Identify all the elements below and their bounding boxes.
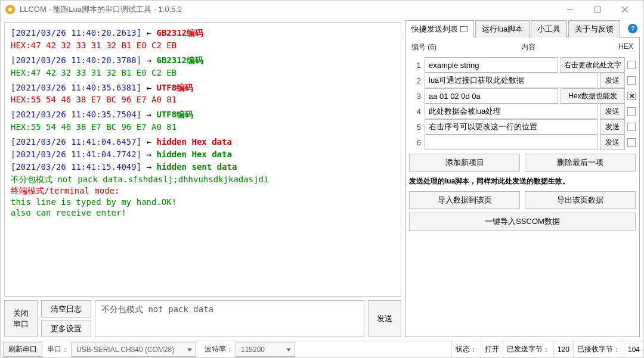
right-pane: 快捷发送列表 运行lua脚本小工具关于与反馈? 编号 (6) 内容 HEX 1e… (405, 18, 643, 341)
quicksend-header: 编号 (6) 内容 HEX (409, 41, 636, 54)
svg-rect-1 (595, 7, 600, 12)
header-index: 编号 (6) (409, 42, 445, 52)
row-hex-checkbox[interactable] (627, 107, 636, 116)
tab-0[interactable]: 快捷发送列表 (405, 20, 474, 38)
tab-2[interactable]: 小工具 (531, 20, 567, 38)
row-index[interactable]: 5 (409, 123, 422, 132)
recv-label: 已接收字节： (573, 341, 624, 357)
refresh-ports-button[interactable]: 刷新串口 (3, 343, 42, 357)
row-send-button[interactable]: 发送 (600, 135, 625, 150)
log-label: GB2312编码 (156, 55, 203, 65)
row-index[interactable]: 6 (409, 138, 422, 147)
log-timestamp: [2021/03/26 11:40:35.7504] (11, 110, 141, 119)
tab-bar: 快捷发送列表 运行lua脚本小工具关于与反馈? (405, 20, 640, 38)
sent-label: 已发送字节： (503, 341, 553, 357)
log-label: UTF8编码 (156, 110, 193, 119)
import-sscom-button[interactable]: 一键导入SSCOM数据 (409, 213, 636, 231)
add-item-button[interactable]: 添加新项目 (409, 154, 520, 172)
help-icon[interactable]: ? (628, 24, 637, 33)
log-timestamp: [2021/03/26 11:40:35.6381] (11, 83, 141, 92)
tab-1[interactable]: 运行lua脚本 (475, 20, 530, 38)
app-icon (5, 5, 15, 14)
baud-select[interactable]: 115200 (236, 343, 295, 357)
row-hex-checkbox[interactable] (627, 76, 636, 85)
window-title: LLCOM - 能跑Lua脚本的串口调试工具 - 1.0.5.2 (20, 4, 556, 15)
window-controls (556, 1, 639, 18)
titlebar: LLCOM - 能跑Lua脚本的串口调试工具 - 1.0.5.2 (1, 1, 643, 18)
maximize-button[interactable] (584, 1, 611, 18)
log-label: hidden sent data (156, 162, 237, 172)
log-freetext: 终端模式/terminal mode: (11, 185, 395, 197)
row-text-input[interactable]: 此处数据会被lua处理 (425, 104, 597, 119)
log-hex: HEX:55 54 46 38 E7 BC 96 E7 A0 81 (11, 94, 395, 105)
row-hex-checkbox[interactable] (627, 61, 636, 69)
row-index[interactable]: 1 (409, 61, 422, 70)
row-text-input[interactable] (425, 135, 597, 150)
row-index[interactable]: 2 (409, 76, 422, 85)
baud-label: 波特率： (202, 344, 236, 354)
status-bar: 刷新串口 串口： USB-SERIAL CH340 (COM28) 波特率： 1… (1, 341, 643, 357)
log-label: hidden Hex data (156, 137, 231, 147)
list-icon (460, 26, 467, 32)
quicksend-row: 3aa 01 02 0d 0aHex数据也能发✕ (409, 88, 636, 104)
export-page-button[interactable]: 导出该页数据 (525, 191, 636, 209)
log-label: hidden Hex data (156, 150, 231, 159)
row-send-button[interactable]: 发送 (600, 119, 625, 135)
row-send-button[interactable]: Hex数据也能发 (561, 88, 625, 104)
send-input[interactable]: 不分包模式 not pack data (95, 300, 364, 337)
left-pane: [2021/03/26 11:40:20.2613] ← GB2312编码HEX… (1, 18, 405, 341)
row-hex-checkbox[interactable]: ✕ (627, 92, 636, 100)
quicksend-row: 5右击序号可以更改这一行的位置发送 (409, 119, 636, 135)
log-hex: HEX:47 42 32 33 31 32 B1 E0 C2 EB (11, 67, 395, 79)
log-timestamp: [2021/03/26 11:40:20.2613] (11, 28, 141, 38)
row-text-input[interactable]: 右击序号可以更改这一行的位置 (425, 119, 597, 135)
row-index[interactable]: 3 (409, 92, 422, 101)
clear-log-button[interactable]: 清空日志 (41, 300, 91, 317)
quicksend-row: 4此处数据会被lua处理发送 (409, 104, 636, 119)
send-button[interactable]: 发送 (368, 300, 401, 337)
row-send-button[interactable]: 发送 (600, 104, 625, 119)
tab-3[interactable]: 关于与反馈 (568, 20, 620, 38)
log-freetext: this line is typed by my hand.OK! (11, 197, 395, 208)
log-hex: HEX:47 42 32 33 31 32 B1 E0 C2 EB (11, 40, 395, 51)
controls-row: 关闭 串口 清空日志 更多设置 不分包模式 not pack data 发送 (4, 300, 401, 337)
main-area: [2021/03/26 11:40:20.2613] ← GB2312编码HEX… (1, 18, 643, 341)
close-port-button[interactable]: 关闭 串口 (4, 300, 38, 337)
state-value: 打开 (481, 341, 503, 357)
row-send-button[interactable]: 发送 (600, 73, 625, 88)
quicksend-panel: 编号 (6) 内容 HEX 1example string右击更改此处文字2lu… (405, 38, 640, 337)
row-index[interactable]: 4 (409, 107, 422, 116)
row-text-input[interactable]: aa 01 02 0d 0a (425, 88, 558, 104)
log-freetext: also can receive enter! (11, 207, 395, 219)
row-text-input[interactable]: lua可通过接口获取此处数据 (425, 73, 597, 88)
row-hex-checkbox[interactable] (627, 138, 636, 147)
log-timestamp: [2021/03/26 11:40:20.3788] (11, 55, 141, 65)
quicksend-note: 发送处理的lua脚本，同样对此处发送的数据生效。 (409, 175, 636, 188)
log-timestamp: [2021/03/26 11:41:04.6457] (11, 137, 141, 147)
close-button[interactable] (611, 1, 639, 18)
header-hex: HEX (612, 42, 636, 52)
header-content: 内容 (445, 42, 612, 52)
import-page-button[interactable]: 导入数据到该页 (409, 191, 520, 209)
sent-value: 120 (553, 341, 573, 357)
state-label: 状态： (451, 341, 481, 357)
log-timestamp: [2021/03/26 11:41:04.7742] (11, 150, 141, 159)
port-select[interactable]: USB-SERIAL CH340 (COM28) (71, 343, 196, 357)
log-hex: HEX:55 54 46 38 E7 BC 96 E7 A0 81 (11, 122, 395, 133)
delete-last-button[interactable]: 删除最后一项 (525, 154, 636, 172)
row-hex-checkbox[interactable] (627, 123, 636, 131)
app-window: LLCOM - 能跑Lua脚本的串口调试工具 - 1.0.5.2 [2021/0… (0, 0, 644, 358)
minimize-button[interactable] (556, 1, 584, 18)
quicksend-rows: 1example string右击更改此处文字2lua可通过接口获取此处数据发送… (409, 57, 636, 150)
quicksend-row: 6发送 (409, 135, 636, 150)
port-label: 串口： (45, 344, 71, 354)
quicksend-row: 2lua可通过接口获取此处数据发送 (409, 73, 636, 88)
log-freetext: 不分包模式 not pack data.sfshdaslj;dhhvuhsdkj… (11, 174, 395, 185)
row-text-input[interactable]: example string (425, 57, 558, 73)
log-timestamp: [2021/03/26 11:41:15.4049] (11, 162, 141, 172)
quicksend-row: 1example string右击更改此处文字 (409, 57, 636, 73)
row-send-button[interactable]: 右击更改此处文字 (561, 57, 625, 73)
log-output[interactable]: [2021/03/26 11:40:20.2613] ← GB2312编码HEX… (4, 22, 401, 297)
more-settings-button[interactable]: 更多设置 (41, 320, 91, 337)
log-label: GB2312编码 (156, 28, 203, 38)
